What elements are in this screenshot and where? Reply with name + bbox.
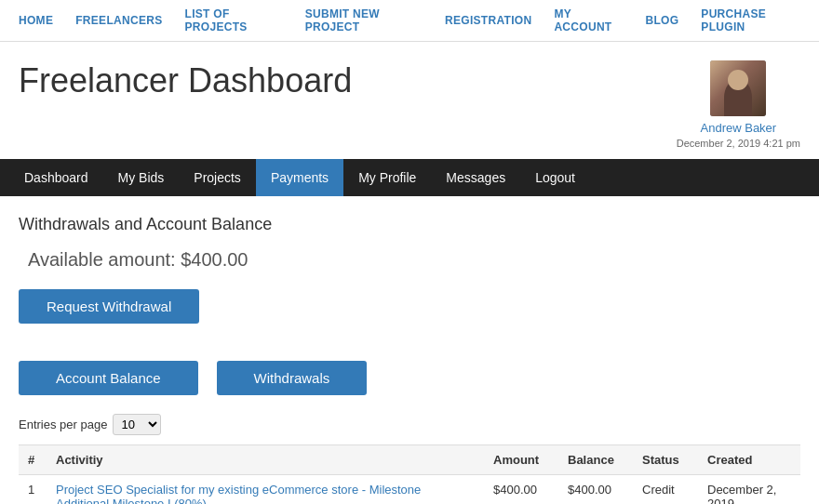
avatar-image [710, 60, 766, 116]
col-header-balance: Balance [558, 445, 633, 475]
tab-my-profile[interactable]: My Profile [343, 159, 431, 196]
tab-messages[interactable]: Messages [431, 159, 520, 196]
table-row: 1 Project SEO Specialist for my existing… [19, 475, 800, 505]
tab-nav: Dashboard My Bids Projects Payments My P… [0, 159, 819, 196]
col-header-created: Created [698, 445, 800, 475]
nav-freelancers[interactable]: FREELANCERS [75, 14, 162, 27]
available-amount: Available amount: $400.00 [19, 249, 800, 271]
col-header-status: Status [633, 445, 698, 475]
col-header-num: # [19, 445, 47, 475]
top-nav: HOME FREELANCERS LIST OF PROJECTS SUBMIT… [0, 0, 819, 42]
user-date: December 2, 2019 4:21 pm [677, 138, 800, 149]
main-content: Withdrawals and Account Balance Availabl… [0, 215, 819, 504]
transactions-table: # Activitiy Amount Balance Status Create… [19, 444, 800, 504]
table-header-row: # Activitiy Amount Balance Status Create… [19, 445, 800, 475]
nav-my-account[interactable]: MY ACCOUNT [554, 7, 623, 33]
account-balance-button[interactable]: Account Balance [19, 361, 198, 395]
nav-home[interactable]: HOME [19, 14, 53, 27]
user-name-link[interactable]: Andrew Baker [677, 121, 800, 135]
nav-blog[interactable]: BLOG [645, 14, 678, 27]
page-header: Freelancer Dashboard Andrew Baker Decemb… [0, 42, 819, 159]
available-amount-value: $400.00 [181, 249, 248, 270]
section-title: Withdrawals and Account Balance [19, 215, 800, 234]
tab-logout[interactable]: Logout [520, 159, 590, 196]
col-header-activity: Activitiy [47, 445, 484, 475]
nav-list-of-projects[interactable]: LIST OF PROJECTS [185, 7, 283, 33]
cell-status: Credit [633, 475, 698, 505]
nav-purchase-plugin[interactable]: PURCHASE PLUGIN [701, 7, 800, 33]
nav-submit-new-project[interactable]: SUBMIT NEW PROJECT [305, 7, 423, 33]
col-header-amount: Amount [484, 445, 558, 475]
tab-dashboard[interactable]: Dashboard [9, 159, 103, 196]
withdrawals-button[interactable]: Withdrawals [217, 361, 368, 395]
cell-amount: $400.00 [484, 475, 558, 505]
tab-my-bids[interactable]: My Bids [103, 159, 180, 196]
cell-created: December 2, 2019 [698, 475, 800, 505]
user-info: Andrew Baker December 2, 2019 4:21 pm [677, 60, 800, 150]
tab-projects[interactable]: Projects [179, 159, 256, 196]
tab-payments[interactable]: Payments [256, 159, 343, 196]
balance-buttons: Account Balance Withdrawals [19, 361, 800, 395]
cell-activity: Project SEO Specialist for my existing e… [47, 475, 484, 505]
entries-row: Entries per page 10 25 50 100 [19, 414, 800, 435]
entries-label: Entries per page [19, 418, 107, 431]
request-withdrawal-button[interactable]: Request Withdrawal [19, 289, 199, 324]
cell-balance: $400.00 [558, 475, 633, 505]
activity-link[interactable]: Project SEO Specialist for my existing e… [56, 483, 421, 504]
avatar [710, 60, 766, 116]
page-title: Freelancer Dashboard [19, 60, 352, 100]
entries-per-page-select[interactable]: 10 25 50 100 [113, 414, 161, 435]
cell-num: 1 [19, 475, 47, 505]
nav-registration[interactable]: REGISTRATION [445, 14, 531, 27]
available-label: Available amount: [28, 249, 176, 270]
